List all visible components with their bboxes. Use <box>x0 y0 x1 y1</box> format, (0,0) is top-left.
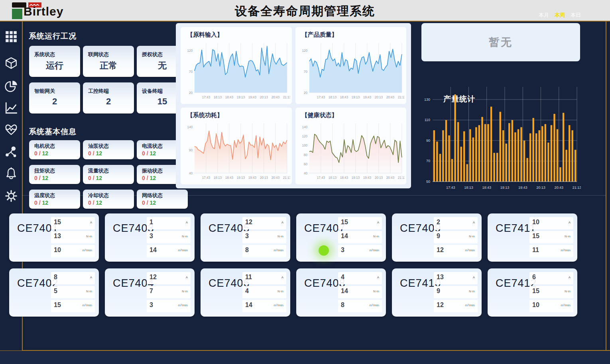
device-value-row: 12A <box>147 272 191 284</box>
svg-text:80: 80 <box>304 153 308 157</box>
device-value: 15 <box>54 301 61 309</box>
device-card-CE7411[interactable]: CE741110A15N·m11m³/min <box>488 213 577 262</box>
svg-text:90: 90 <box>189 149 193 152</box>
svg-text:18:43: 18:43 <box>340 96 348 99</box>
device-value-row: 12A <box>242 217 286 229</box>
svg-text:70: 70 <box>304 70 308 74</box>
svg-text:20:13: 20:13 <box>260 96 268 99</box>
device-unit: A <box>90 221 92 224</box>
device-card-CE7412[interactable]: CE74126A15N·m10m³/min <box>488 268 577 317</box>
device-card-CE7407[interactable]: CE740715A14N·m3m³/min <box>296 213 386 262</box>
alarm-tab-本周[interactable]: 本周 <box>555 12 565 18</box>
device-value: 12 <box>150 274 157 281</box>
device-card-CE7410[interactable]: CE741013A9N·m12m³/min <box>392 268 482 317</box>
info-total-count: 12 <box>42 175 48 181</box>
health-heart-icon[interactable] <box>4 123 18 137</box>
device-value-row: 14m³/min <box>147 245 191 257</box>
device-value-row: 12m³/min <box>434 245 478 257</box>
alarm-tab-本月[interactable]: 本月 <box>539 12 549 18</box>
device-value-row: 14m³/min <box>242 300 286 312</box>
alarm-tab-本日[interactable]: 本日 <box>571 12 581 18</box>
device-value-row: 11A <box>242 272 286 284</box>
device-value-row: 11m³/min <box>529 245 573 257</box>
device-value-row: 9N·m <box>434 286 478 298</box>
device-unit: N·m <box>182 235 188 238</box>
device-value-row: 10m³/min <box>529 300 573 312</box>
svg-text:19:43: 19:43 <box>518 186 527 190</box>
bell-icon[interactable] <box>4 167 18 180</box>
device-value-row: 3m³/min <box>147 300 191 312</box>
device-card-CE7403[interactable]: CE74031A3N·m14m³/min <box>105 213 195 262</box>
info-total-count: 12 <box>96 200 102 206</box>
molecule-icon[interactable] <box>4 145 18 159</box>
info-total-count: 12 <box>150 175 156 181</box>
power-chart: 17:4318:1318:4319:1319:4320:1320:4321:13… <box>184 120 290 183</box>
svg-text:70: 70 <box>426 159 430 163</box>
device-card-CE7401[interactable]: CE740115A13N·m10m³/min <box>9 213 99 262</box>
status-card: 智能网关2 <box>29 82 80 114</box>
gear-icon[interactable] <box>4 189 18 203</box>
svg-text:20: 20 <box>304 91 308 95</box>
device-unit: N·m <box>565 235 571 238</box>
device-value-row: 3N·m <box>147 231 191 243</box>
device-value: 12 <box>437 247 444 254</box>
device-value: 4 <box>341 274 344 281</box>
svg-text:21:13: 21:13 <box>283 96 290 99</box>
device-value: 3 <box>245 233 249 240</box>
svg-text:20:13: 20:13 <box>374 176 383 180</box>
device-unit: N·m <box>373 290 379 293</box>
apps-grid-icon[interactable] <box>4 30 18 43</box>
svg-text:120: 120 <box>187 49 193 53</box>
device-unit: A <box>90 276 92 279</box>
device-value-row: 5N·m <box>51 286 95 298</box>
device-value-row: 4N·m <box>242 286 286 298</box>
device-value: 8 <box>341 301 344 309</box>
svg-text:20: 20 <box>189 91 193 95</box>
device-value-row: 15m³/min <box>51 300 95 312</box>
device-unit: A <box>569 276 571 279</box>
device-unit: m³/min <box>178 249 188 252</box>
svg-text:19:43: 19:43 <box>363 176 371 180</box>
device-card-CE7406[interactable]: CE740611A4N·m14m³/min <box>201 268 290 317</box>
alarm-empty-text: 暂无 <box>489 35 513 49</box>
pie-chart-icon[interactable] <box>4 80 18 93</box>
device-value: 8 <box>245 247 249 254</box>
svg-text:21:13: 21:13 <box>397 176 405 180</box>
chart-title: 【产品质量】 <box>299 29 405 39</box>
cube-icon[interactable] <box>4 57 18 70</box>
svg-text:19:43: 19:43 <box>363 96 371 99</box>
svg-text:18:43: 18:43 <box>340 176 348 180</box>
line-chart-icon[interactable] <box>4 101 18 115</box>
device-card-CE7402[interactable]: CE74028A5N·m15m³/min <box>9 268 99 317</box>
info-card-ratio: 0 / 12 <box>29 174 80 181</box>
device-value: 8 <box>54 274 57 281</box>
trend-analysis-panel: 【原料输入】 17:4318:1318:4319:1319:4320:1320:… <box>176 23 411 188</box>
device-values: 6A15N·m10m³/min <box>529 272 573 314</box>
device-value-row: 15N·m <box>529 231 573 243</box>
svg-text:17:43: 17:43 <box>202 176 211 180</box>
device-card-CE7409[interactable]: CE74092A9N·m12m³/min <box>392 213 482 262</box>
svg-text:18:43: 18:43 <box>225 96 234 99</box>
device-values: 8A5N·m15m³/min <box>51 272 95 314</box>
info-card-ratio: 0 / 12 <box>83 174 134 181</box>
svg-text:18:43: 18:43 <box>482 186 491 190</box>
svg-text:21:13: 21:13 <box>397 96 405 99</box>
device-value-row: 8m³/min <box>242 245 286 257</box>
device-unit: m³/min <box>83 303 92 307</box>
footer-bar <box>0 351 610 364</box>
info-alarm-count: 0 / <box>142 150 150 157</box>
svg-text:100: 100 <box>302 144 307 147</box>
svg-text:18:13: 18:13 <box>214 96 222 99</box>
device-card-CE7408[interactable]: CE74084A14N·m8m³/min <box>296 268 386 317</box>
device-values: 13A9N·m12m³/min <box>434 272 478 314</box>
product-quality-chart: 17:4318:1318:4319:1319:4320:1320:4321:13… <box>299 39 405 102</box>
svg-text:20:13: 20:13 <box>536 186 545 190</box>
device-card-CE7405[interactable]: CE740512A3N·m8m³/min <box>201 213 290 262</box>
device-card-CE7404[interactable]: CE740412A7N·m3m³/min <box>105 268 195 317</box>
device-value-row: 12m³/min <box>434 300 478 312</box>
device-value: 11 <box>532 247 539 254</box>
device-value: 6 <box>532 274 536 281</box>
svg-text:20:43: 20:43 <box>554 186 563 190</box>
svg-text:18:13: 18:13 <box>214 176 222 180</box>
svg-text:18:43: 18:43 <box>225 176 234 180</box>
